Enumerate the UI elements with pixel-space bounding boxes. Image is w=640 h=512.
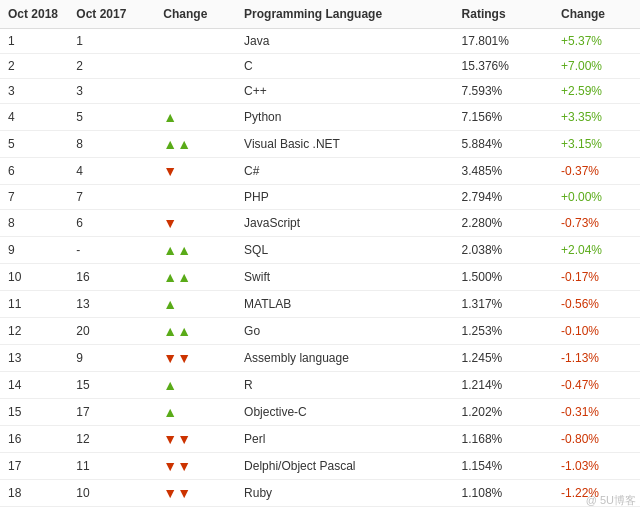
table-row: 139▼▼Assembly language1.245%-1.13% [0, 345, 640, 372]
cell-rank: 16 [0, 426, 68, 453]
header-ratings: Ratings [454, 0, 553, 29]
cell-rank: 12 [0, 318, 68, 345]
cell-change-icon: ▲ [155, 372, 236, 399]
cell-rank: 13 [0, 345, 68, 372]
cell-rank: 10 [0, 264, 68, 291]
up-arrow-icon: ▲ [163, 377, 177, 393]
cell-language: Delphi/Object Pascal [236, 453, 453, 480]
table-row: 9-▲▲SQL2.038%+2.04% [0, 237, 640, 264]
cell-prev-rank: 7 [68, 185, 155, 210]
cell-prev-rank: 8 [68, 131, 155, 158]
cell-rating: 5.884% [454, 131, 553, 158]
cell-change-value: -0.10% [553, 318, 640, 345]
cell-prev-rank: 4 [68, 158, 155, 185]
cell-rating: 1.500% [454, 264, 553, 291]
table-row: 1711▼▼Delphi/Object Pascal1.154%-1.03% [0, 453, 640, 480]
cell-prev-rank: 5 [68, 104, 155, 131]
cell-rating: 1.202% [454, 399, 553, 426]
header-oct2017: Oct 2017 [68, 0, 155, 29]
cell-rank: 8 [0, 210, 68, 237]
cell-change-icon: ▼▼ [155, 345, 236, 372]
double-down-arrow-icon: ▼▼ [163, 350, 191, 366]
cell-rank: 17 [0, 453, 68, 480]
up-arrow-icon: ▲ [163, 109, 177, 125]
cell-change-value: -0.37% [553, 158, 640, 185]
cell-prev-rank: 17 [68, 399, 155, 426]
cell-language: C# [236, 158, 453, 185]
double-up-arrow-icon: ▲▲ [163, 323, 191, 339]
cell-rank: 5 [0, 131, 68, 158]
cell-rating: 0.779% [454, 507, 553, 513]
cell-rating: 2.280% [454, 210, 553, 237]
cell-change-icon [155, 507, 236, 513]
header-change: Change [155, 0, 236, 29]
table-row: 64▼C#3.485%-0.37% [0, 158, 640, 185]
up-arrow-icon: ▲ [163, 296, 177, 312]
cell-language: C++ [236, 79, 453, 104]
cell-prev-rank: 10 [68, 480, 155, 507]
cell-language: Objective-C [236, 399, 453, 426]
cell-change-icon [155, 29, 236, 54]
cell-language: Go [236, 318, 453, 345]
cell-change-value: -0.56% [553, 291, 640, 318]
cell-prev-rank: 15 [68, 372, 155, 399]
cell-rating: 1.154% [454, 453, 553, 480]
cell-rating: 7.156% [454, 104, 553, 131]
cell-change-icon [155, 54, 236, 79]
cell-rating: 17.801% [454, 29, 553, 54]
table-row: 45▲Python7.156%+3.35% [0, 104, 640, 131]
cell-change-icon: ▼▼ [155, 453, 236, 480]
table-row: 1016▲▲Swift1.500%-0.17% [0, 264, 640, 291]
header-change2: Change [553, 0, 640, 29]
cell-change-value: +3.35% [553, 104, 640, 131]
cell-prev-rank: 9 [68, 345, 155, 372]
cell-change-icon: ▲ [155, 104, 236, 131]
cell-rank: 3 [0, 79, 68, 104]
table-row: 1919PL/SQL0.779%-0.63% [0, 507, 640, 513]
table-row: 1517▲Objective-C1.202%-0.31% [0, 399, 640, 426]
cell-language: PL/SQL [236, 507, 453, 513]
cell-language: C [236, 54, 453, 79]
cell-language: Ruby [236, 480, 453, 507]
cell-rank: 6 [0, 158, 68, 185]
up-arrow-icon: ▲ [163, 404, 177, 420]
cell-language: MATLAB [236, 291, 453, 318]
cell-change-value: -1.03% [553, 453, 640, 480]
table-row: 86▼JavaScript2.280%-0.73% [0, 210, 640, 237]
table-row: 1415▲R1.214%-0.47% [0, 372, 640, 399]
cell-change-value: -0.80% [553, 426, 640, 453]
cell-rating: 1.253% [454, 318, 553, 345]
cell-prev-rank: 16 [68, 264, 155, 291]
cell-language: JavaScript [236, 210, 453, 237]
cell-rating: 2.794% [454, 185, 553, 210]
cell-change-value: -0.31% [553, 399, 640, 426]
cell-change-icon: ▲ [155, 291, 236, 318]
header-language: Programming Language [236, 0, 453, 29]
cell-language: Visual Basic .NET [236, 131, 453, 158]
cell-rank: 2 [0, 54, 68, 79]
cell-change-value: +3.15% [553, 131, 640, 158]
cell-change-value: +7.00% [553, 54, 640, 79]
cell-rank: 14 [0, 372, 68, 399]
cell-change-icon: ▲▲ [155, 237, 236, 264]
double-up-arrow-icon: ▲▲ [163, 136, 191, 152]
cell-prev-rank: 11 [68, 453, 155, 480]
cell-prev-rank: 6 [68, 210, 155, 237]
cell-prev-rank: 1 [68, 29, 155, 54]
cell-change-value: +2.59% [553, 79, 640, 104]
cell-change-icon [155, 79, 236, 104]
cell-rating: 1.108% [454, 480, 553, 507]
cell-prev-rank: 13 [68, 291, 155, 318]
table-row: 1612▼▼Perl1.168%-0.80% [0, 426, 640, 453]
table-row: 1113▲MATLAB1.317%-0.56% [0, 291, 640, 318]
cell-change-value: +0.00% [553, 185, 640, 210]
cell-change-value: -1.13% [553, 345, 640, 372]
double-down-arrow-icon: ▼▼ [163, 458, 191, 474]
cell-rating: 1.168% [454, 426, 553, 453]
cell-language: R [236, 372, 453, 399]
table-row: 33C++7.593%+2.59% [0, 79, 640, 104]
cell-language: SQL [236, 237, 453, 264]
down-arrow-icon: ▼ [163, 163, 177, 179]
cell-change-value: -0.17% [553, 264, 640, 291]
cell-rank: 7 [0, 185, 68, 210]
